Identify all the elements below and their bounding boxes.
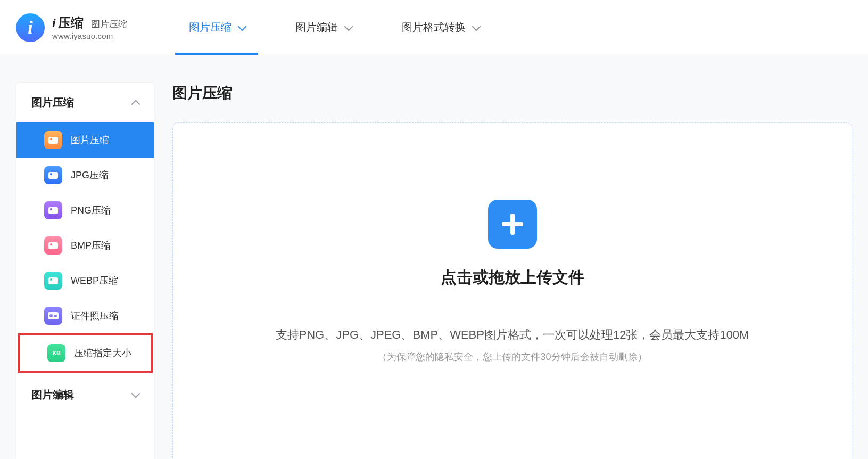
sidebar-group-edit[interactable]: 图片编辑	[16, 375, 154, 415]
main-nav: 图片压缩 图片编辑 图片格式转换	[175, 0, 516, 55]
sidebar-items: 图片压缩 JPG压缩 PNG压缩 BMP压缩 WEBP压缩	[16, 122, 154, 375]
sidebar-item-png-compress[interactable]: PNG压缩	[16, 193, 154, 228]
sidebar-group-label: 图片压缩	[31, 95, 74, 110]
nav-image-format-convert[interactable]: 图片格式转换	[388, 0, 492, 55]
sidebar-item-label: PNG压缩	[71, 204, 111, 217]
sidebar-item-label: WEBP压缩	[71, 274, 118, 287]
nav-image-edit[interactable]: 图片编辑	[282, 0, 365, 55]
dropzone-privacy-note: （为保障您的隐私安全，您上传的文件30分钟后会被自动删除）	[377, 350, 647, 363]
logo-text: i压缩 图片压缩 www.iyasuo.com	[52, 14, 127, 40]
chevron-up-icon	[131, 100, 140, 109]
plus-icon	[500, 211, 525, 237]
sidebar-item-label: 压缩指定大小	[74, 347, 131, 359]
sidebar-item-compress-to-size[interactable]: KB 压缩指定大小	[20, 335, 151, 371]
logo[interactable]: i i压缩 图片压缩 www.iyasuo.com	[16, 13, 127, 42]
kb-icon: KB	[47, 344, 65, 362]
webp-icon	[44, 272, 62, 290]
chevron-down-icon	[472, 22, 481, 31]
nav-label: 图片压缩	[189, 20, 232, 35]
sidebar-item-label: BMP压缩	[71, 239, 111, 252]
highlighted-item-box: KB 压缩指定大小	[18, 333, 153, 373]
content: 图片压缩 点击或拖放上传文件 支持PNG、JPG、JPEG、BMP、WEBP图片…	[172, 82, 852, 459]
logo-title-prefix: i	[52, 16, 56, 30]
sidebar-item-label: JPG压缩	[71, 169, 109, 182]
svg-rect-1	[502, 222, 523, 226]
sidebar-item-image-compress[interactable]: 图片压缩	[16, 122, 154, 158]
logo-icon: i	[16, 13, 45, 42]
nav-image-compress[interactable]: 图片压缩	[175, 0, 258, 55]
chevron-down-icon	[344, 22, 353, 31]
sidebar-item-idphoto-compress[interactable]: 证件照压缩	[16, 298, 154, 333]
page-title: 图片压缩	[172, 83, 852, 103]
sidebar-group-label: 图片编辑	[31, 388, 74, 402]
sidebar: 图片压缩 图片压缩 JPG压缩 PNG压缩 BMP压缩 WE	[16, 82, 154, 459]
add-file-button[interactable]	[488, 200, 537, 249]
dropzone-title: 点击或拖放上传文件	[441, 267, 584, 289]
nav-label: 图片编辑	[295, 20, 338, 35]
chevron-down-icon	[131, 389, 140, 398]
image-icon	[44, 131, 62, 149]
sidebar-item-webp-compress[interactable]: WEBP压缩	[16, 263, 154, 298]
logo-subtitle: 图片压缩	[91, 19, 127, 29]
png-icon	[44, 201, 62, 219]
idcard-icon	[44, 307, 62, 325]
jpg-icon	[44, 166, 62, 184]
sidebar-item-bmp-compress[interactable]: BMP压缩	[16, 228, 154, 263]
logo-url: www.iyasuo.com	[52, 31, 127, 40]
sidebar-group-compress[interactable]: 图片压缩	[16, 83, 154, 122]
sidebar-item-label: 图片压缩	[71, 134, 109, 146]
page-body: 图片压缩 图片压缩 JPG压缩 PNG压缩 BMP压缩 WE	[0, 55, 868, 459]
upload-dropzone[interactable]: 点击或拖放上传文件 支持PNG、JPG、JPEG、BMP、WEBP图片格式，一次…	[172, 122, 852, 459]
nav-label: 图片格式转换	[402, 20, 466, 35]
chevron-down-icon	[238, 22, 247, 31]
bmp-icon	[44, 236, 62, 255]
dropzone-support-text: 支持PNG、JPG、JPEG、BMP、WEBP图片格式，一次可以处理12张，会员…	[276, 327, 749, 343]
header: i i压缩 图片压缩 www.iyasuo.com 图片压缩 图片编辑 图片格式…	[0, 0, 868, 55]
sidebar-item-jpg-compress[interactable]: JPG压缩	[16, 158, 154, 193]
logo-title: 压缩	[58, 15, 84, 30]
sidebar-item-label: 证件照压缩	[71, 309, 119, 322]
